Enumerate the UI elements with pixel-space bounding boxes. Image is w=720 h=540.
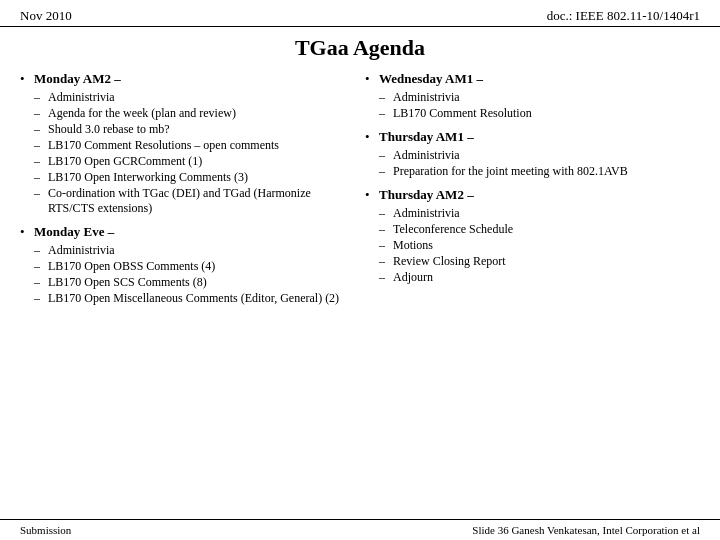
main-title: TGaa Agenda [0, 27, 720, 71]
dash-icon: – [379, 238, 389, 253]
item-text: Should 3.0 rebase to mb? [48, 122, 355, 137]
thursday-am1-section: • Thursday AM1 – – Administrivia – Prepa… [365, 129, 700, 179]
list-item: – Review Closing Report [379, 254, 700, 269]
dash-icon: – [34, 154, 44, 169]
thursday-am1-header: • Thursday AM1 – [365, 129, 700, 147]
list-item: – Administrivia [379, 148, 700, 163]
dash-icon: – [34, 122, 44, 137]
dash-icon: – [379, 164, 389, 179]
list-item: – LB170 Open Interworking Comments (3) [34, 170, 355, 185]
thursday-am1-label: Thursday AM1 – [379, 129, 474, 145]
right-column: • Wednesday AM1 – – Administrivia – LB17… [365, 71, 700, 314]
bullet-icon: • [20, 224, 30, 240]
list-item: – LB170 Open GCRComment (1) [34, 154, 355, 169]
list-item: – Should 3.0 rebase to mb? [34, 122, 355, 137]
content-area: • Monday AM2 – – Administrivia – Agenda … [0, 71, 720, 314]
dash-icon: – [34, 186, 44, 201]
dash-icon: – [34, 106, 44, 121]
item-text: LB170 Open OBSS Comments (4) [48, 259, 355, 274]
wednesday-am1-label: Wednesday AM1 – [379, 71, 483, 87]
bullet-icon: • [20, 71, 30, 87]
thursday-am2-header: • Thursday AM2 – [365, 187, 700, 205]
dash-icon: – [34, 138, 44, 153]
item-text: Administrivia [393, 148, 700, 163]
list-item: – LB170 Open Miscellaneous Comments (Edi… [34, 291, 355, 306]
dash-icon: – [34, 90, 44, 105]
thursday-am2-section: • Thursday AM2 – – Administrivia – Telec… [365, 187, 700, 285]
list-item: – LB170 Comment Resolution [379, 106, 700, 121]
dash-icon: – [34, 170, 44, 185]
item-text: LB170 Comment Resolution [393, 106, 700, 121]
list-item: – LB170 Comment Resolutions – open comme… [34, 138, 355, 153]
thursday-am2-list: – Administrivia – Teleconference Schedul… [379, 206, 700, 285]
dash-icon: – [34, 291, 44, 306]
wednesday-am1-list: – Administrivia – LB170 Comment Resoluti… [379, 90, 700, 121]
list-item: – Administrivia [34, 90, 355, 105]
monday-eve-label: Monday Eve – [34, 224, 114, 240]
dash-icon: – [379, 148, 389, 163]
list-item: – Administrivia [34, 243, 355, 258]
dash-icon: – [34, 259, 44, 274]
item-text: Co-ordination with TGac (DEI) and TGad (… [48, 186, 355, 216]
list-item: – Agenda for the week (plan and review) [34, 106, 355, 121]
dash-icon: – [379, 206, 389, 221]
monday-eve-section: • Monday Eve – – Administrivia – LB170 O… [20, 224, 355, 306]
item-text: Administrivia [393, 206, 700, 221]
item-text: Review Closing Report [393, 254, 700, 269]
item-text: LB170 Open GCRComment (1) [48, 154, 355, 169]
monday-eve-list: – Administrivia – LB170 Open OBSS Commen… [34, 243, 355, 306]
list-item: – Administrivia [379, 206, 700, 221]
dash-icon: – [379, 270, 389, 285]
header-docnum: doc.: IEEE 802.11-10/1404r1 [547, 8, 700, 24]
item-text: LB170 Comment Resolutions – open comment… [48, 138, 355, 153]
page: Nov 2010 doc.: IEEE 802.11-10/1404r1 TGa… [0, 0, 720, 540]
bullet-icon: • [365, 71, 375, 87]
item-text: Agenda for the week (plan and review) [48, 106, 355, 121]
footer-author: Slide 36 Ganesh Venkatesan, Intel Corpor… [472, 524, 700, 536]
wednesday-am1-section: • Wednesday AM1 – – Administrivia – LB17… [365, 71, 700, 121]
monday-am2-section: • Monday AM2 – – Administrivia – Agenda … [20, 71, 355, 216]
dash-icon: – [34, 243, 44, 258]
header: Nov 2010 doc.: IEEE 802.11-10/1404r1 [0, 0, 720, 27]
item-text: LB170 Open Miscellaneous Comments (Edito… [48, 291, 355, 306]
footer: Submission Slide 36 Ganesh Venkatesan, I… [0, 519, 720, 540]
list-item: – Adjourn [379, 270, 700, 285]
thursday-am2-label: Thursday AM2 – [379, 187, 474, 203]
list-item: – Motions [379, 238, 700, 253]
item-text: Administrivia [393, 90, 700, 105]
left-column: • Monday AM2 – – Administrivia – Agenda … [20, 71, 355, 314]
dash-icon: – [379, 222, 389, 237]
list-item: – Preparation for the joint meeting with… [379, 164, 700, 179]
item-text: Motions [393, 238, 700, 253]
item-text: Administrivia [48, 90, 355, 105]
list-item: – Teleconference Schedule [379, 222, 700, 237]
wednesday-am1-header: • Wednesday AM1 – [365, 71, 700, 89]
dash-icon: – [379, 106, 389, 121]
dash-icon: – [379, 254, 389, 269]
monday-am2-list: – Administrivia – Agenda for the week (p… [34, 90, 355, 216]
dash-icon: – [34, 275, 44, 290]
dash-icon: – [379, 90, 389, 105]
list-item: – Administrivia [379, 90, 700, 105]
footer-submission: Submission [20, 524, 71, 536]
monday-am2-label: Monday AM2 – [34, 71, 121, 87]
item-text: LB170 Open SCS Comments (8) [48, 275, 355, 290]
monday-eve-header: • Monday Eve – [20, 224, 355, 242]
item-text: Teleconference Schedule [393, 222, 700, 237]
list-item: – LB170 Open OBSS Comments (4) [34, 259, 355, 274]
item-text: LB170 Open Interworking Comments (3) [48, 170, 355, 185]
list-item: – Co-ordination with TGac (DEI) and TGad… [34, 186, 355, 216]
item-text: Preparation for the joint meeting with 8… [393, 164, 700, 179]
bullet-icon: • [365, 129, 375, 145]
monday-am2-header: • Monday AM2 – [20, 71, 355, 89]
thursday-am1-list: – Administrivia – Preparation for the jo… [379, 148, 700, 179]
item-text: Adjourn [393, 270, 700, 285]
header-date: Nov 2010 [20, 8, 72, 24]
bullet-icon: • [365, 187, 375, 203]
item-text: Administrivia [48, 243, 355, 258]
list-item: – LB170 Open SCS Comments (8) [34, 275, 355, 290]
